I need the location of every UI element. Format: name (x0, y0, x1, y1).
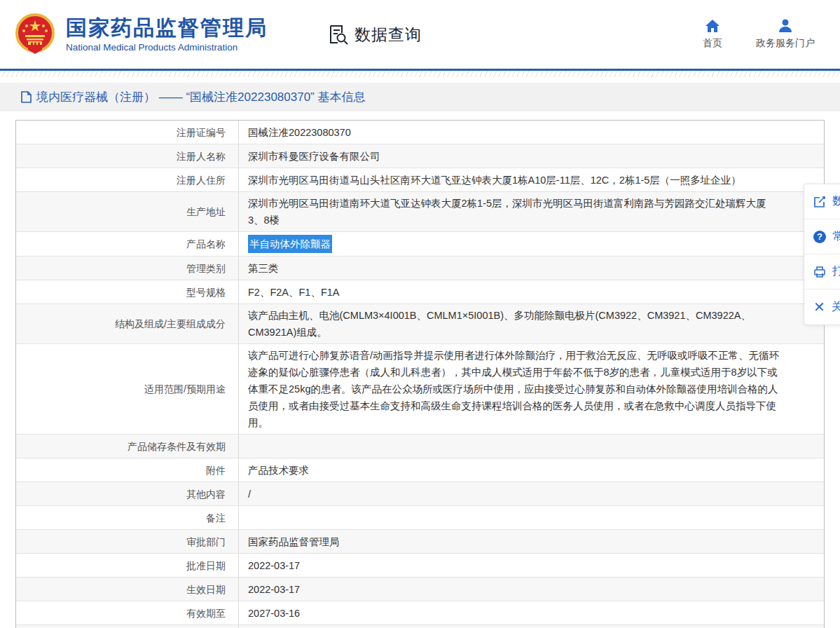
table-row: 适用范围/预期用途该产品可进行心肺复苏语音/动画指导并提示使用者进行体外除颤治疗… (16, 344, 824, 435)
site-logo: 国家药品监督管理局 National Medical Products Admi… (13, 12, 268, 57)
table-row: 产品储存条件及有效期 (16, 435, 824, 458)
edit-icon (813, 196, 826, 208)
row-value: 该产品由主机、电池(CMLM3×4I001B、CMLM1×5I001B)、多功能… (239, 304, 824, 343)
row-label: 附件 (16, 458, 239, 482)
table-row: 注册人住所深圳市光明区马田街道马山头社区南环大道飞亚达钟表大厦1栋A10层-11… (16, 168, 824, 192)
row-label: 生效日期 (16, 578, 239, 601)
row-label: 注册人住所 (16, 168, 239, 191)
row-value: 第三类 (239, 257, 824, 280)
row-label: 有效期至 (16, 601, 239, 624)
row-label: 备注 (16, 506, 239, 529)
top-nav: 首页 政务服务门户 (703, 19, 815, 50)
table-row: 审批部门国家药品监督管理局 (16, 530, 824, 554)
row-value: F2、F2A、F1、F1A (239, 280, 824, 303)
site-title: 国家药品监督管理局 (66, 16, 268, 41)
hatch-band (0, 71, 840, 77)
document-search-icon (328, 24, 349, 45)
row-label: 注册人名称 (16, 144, 239, 168)
row-value: 国家药品监督管理局 (239, 530, 824, 553)
row-value (239, 506, 824, 529)
side-menu-label: 关闭 (832, 300, 840, 315)
page-title: 境内医疗器械（注册） —— “国械注准20223080370” 基本信息 (36, 89, 366, 105)
table-row: 产品名称半自动体外除颤器 (16, 232, 824, 257)
side-menu-item-打印[interactable]: 打印 (804, 254, 840, 289)
row-value: 深圳市光明区马田街道马山头社区南环大道飞亚达钟表大厦1栋A10层-11层、12C… (239, 168, 824, 191)
row-label: 适用范围/预期用途 (16, 344, 239, 434)
row-label: 注册证编号 (16, 121, 239, 144)
row-label: 管理类别 (16, 257, 239, 280)
page-icon (21, 91, 32, 103)
table-row: 注册证编号国械注准20223080370 (16, 121, 824, 144)
site-header: 国家药品监督管理局 National Medical Products Admi… (0, 0, 840, 69)
row-label (16, 625, 239, 628)
row-value: 2022-09-16 “生产地址:深圳市光明区马田街道南环大道飞亚达钟表大厦2栋… (239, 625, 824, 628)
nav-home[interactable]: 首页 (703, 19, 722, 50)
print-icon (813, 266, 826, 278)
site-subtitle: National Medical Products Administration (66, 42, 268, 53)
side-menu-item-常见[interactable]: ?常见 (804, 219, 840, 254)
table-row: 注册人名称深圳市科曼医疗设备有限公司 (16, 144, 824, 168)
row-label: 型号规格 (16, 280, 239, 303)
table-row: 结构及组成/主要组成成分该产品由主机、电池(CMLM3×4I001B、CMLM1… (16, 304, 824, 344)
row-value: 2022-03-17 (239, 578, 824, 601)
national-emblem-icon (13, 12, 57, 57)
row-value: 2022-03-17 (239, 554, 824, 577)
row-label: 结构及组成/主要组成成分 (16, 304, 239, 343)
table-row: 型号规格F2、F2A、F1、F1A (16, 280, 824, 304)
table-row: 生产地址深圳市光明区马田街道南环大道飞亚达钟表大厦2栋1-5层，深圳市光明区马田… (16, 192, 824, 232)
table-row: 管理类别第三类 (16, 257, 824, 280)
row-value: 国械注准20223080370 (239, 121, 824, 144)
table-row: 附件产品技术要求 (16, 458, 824, 482)
row-value: 半自动体外除颤器 (239, 232, 824, 256)
row-value: 深圳市光明区马田街道南环大道飞亚达钟表大厦2栋1-5层，深圳市光明区马田街道富利… (239, 192, 824, 231)
table-row: 2022-09-16 “生产地址:深圳市光明区马田街道南环大道飞亚达钟表大厦2栋… (16, 625, 824, 628)
selected-text[interactable]: 半自动体外除颤器 (248, 235, 332, 253)
home-icon (705, 19, 720, 33)
table-row: 批准日期2022-03-17 (16, 554, 824, 578)
table-row: 有效期至2027-03-16 (16, 601, 824, 625)
side-menu-label: 数据 (832, 194, 840, 209)
side-menu: 数据?常见打印✕关闭 (804, 184, 840, 325)
row-label: 批准日期 (16, 554, 239, 577)
data-query-label: 数据查询 (354, 24, 422, 46)
row-label: 产品名称 (16, 232, 239, 256)
table-row: 备注 (16, 506, 824, 530)
info-table: 注册证编号国械注准20223080370注册人名称深圳市科曼医疗设备有限公司注册… (15, 120, 825, 628)
row-value: / (239, 482, 824, 505)
nav-portal[interactable]: 政务服务门户 (756, 19, 815, 50)
row-label: 其他内容 (16, 482, 239, 505)
side-menu-label: 打印 (832, 264, 840, 279)
row-value: 深圳市科曼医疗设备有限公司 (239, 144, 824, 168)
page-title-bar: 境内医疗器械（注册） —— “国械注准20223080370” 基本信息 (0, 83, 840, 111)
nav-portal-label: 政务服务门户 (756, 37, 815, 50)
row-value (239, 435, 824, 458)
side-menu-item-数据[interactable]: 数据 (804, 184, 840, 219)
row-value: 该产品可进行心肺复苏语音/动画指导并提示使用者进行体外除颤治疗，用于救治无反应、… (239, 344, 824, 434)
row-label: 产品储存条件及有效期 (16, 435, 239, 458)
table-row: 其他内容/ (16, 482, 824, 506)
nav-home-label: 首页 (703, 37, 722, 50)
data-query-heading: 数据查询 (328, 24, 422, 46)
side-menu-label: 常见 (832, 229, 840, 244)
row-value: 产品技术要求 (239, 458, 824, 482)
table-row: 生效日期2022-03-17 (16, 578, 824, 601)
row-label: 审批部门 (16, 530, 239, 553)
side-menu-item-关闭[interactable]: ✕关闭 (804, 289, 840, 325)
question-icon: ? (813, 231, 826, 243)
user-icon (778, 19, 793, 33)
close-icon: ✕ (813, 300, 825, 315)
row-label: 生产地址 (16, 192, 239, 231)
row-value: 2027-03-16 (239, 601, 824, 624)
